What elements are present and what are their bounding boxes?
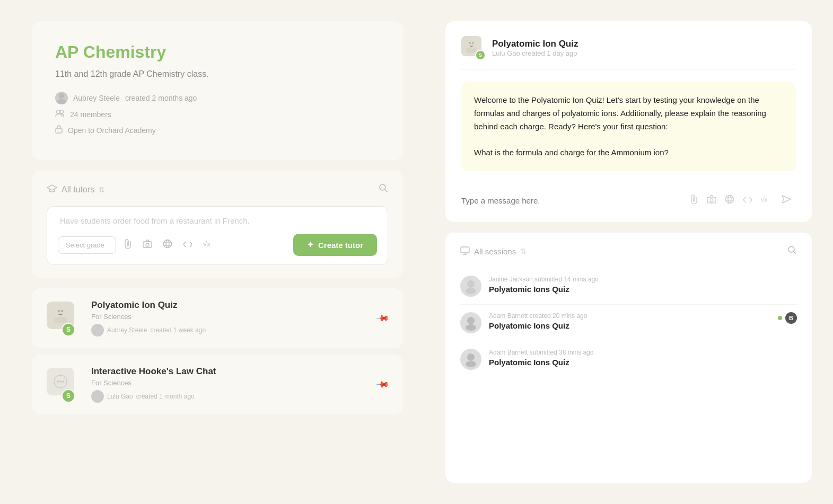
svg-line-7 xyxy=(385,190,388,192)
svg-marker-5 xyxy=(47,185,57,190)
left-panel: AP Chemistry 11th and 12th grade AP Chem… xyxy=(0,0,435,504)
chat-camera-button[interactable] xyxy=(703,193,721,208)
web-icon-button[interactable] xyxy=(160,237,176,253)
svg-point-11 xyxy=(166,240,169,247)
session-avatar-1 xyxy=(460,312,481,333)
tutor-thumb-1: S xyxy=(47,302,81,335)
sessions-header-left: All sessions ⇅ xyxy=(460,246,527,257)
svg-point-44 xyxy=(466,288,476,294)
class-title: AP Chemistry xyxy=(55,42,380,62)
sessions-monitor-icon xyxy=(460,246,470,257)
code-icon-button[interactable] xyxy=(180,237,196,252)
svg-point-15 xyxy=(56,307,65,317)
chat-message-input[interactable] xyxy=(461,196,686,205)
chat-header: S Polyatomic Ion Quiz Lulu Gao created 1… xyxy=(461,36,796,69)
create-toolbar: Select grade Grade 9 Grade 10 Grade 11 G… xyxy=(58,234,377,256)
tutor-badge-2: S xyxy=(62,389,75,403)
create-tutor-wand-icon: ✦ xyxy=(307,240,314,250)
tutor-header-left: All tutors ⇅ xyxy=(47,184,105,195)
svg-point-10 xyxy=(164,240,172,247)
class-created-by: Aubrey Steele xyxy=(73,94,120,102)
creator-avatar xyxy=(55,92,68,104)
svg-point-17 xyxy=(61,310,63,312)
tutor-search-button[interactable] xyxy=(379,183,388,196)
tutor-badge-1: S xyxy=(62,323,75,337)
tutor-hat-icon xyxy=(47,184,57,195)
svg-point-16 xyxy=(58,310,60,312)
chat-badge: S xyxy=(475,50,486,60)
chat-web-button[interactable] xyxy=(721,192,739,209)
class-info-card: AP Chemistry 11th and 12th grade AP Chem… xyxy=(32,21,403,160)
chat-message-text: Welcome to the Polyatomic Ion Quiz! Let'… xyxy=(474,95,766,157)
pin-icon-2: 📌 xyxy=(375,377,390,392)
lock-icon xyxy=(55,125,63,136)
tutor-creator-1: Aubrey Steele created 1 week ago xyxy=(91,324,367,337)
session-avatar-2 xyxy=(460,349,481,370)
sort-icon: ⇅ xyxy=(99,185,105,194)
svg-rect-38 xyxy=(461,247,469,253)
class-creator-row: Aubrey Steele created 2 months ago xyxy=(55,92,380,104)
list-item[interactable]: Janine Jackson submitted 14 mins ago Pol… xyxy=(460,268,797,305)
session-info-0: Janine Jackson submitted 14 mins ago Pol… xyxy=(489,276,797,294)
session-badge-1: B xyxy=(778,312,797,324)
list-item[interactable]: Adam Barnett submitted 38 mins ago Polya… xyxy=(460,341,797,377)
chat-title-group: Polyatomic Ion Quiz Lulu Gao created 1 d… xyxy=(492,39,796,57)
create-tutor-button[interactable]: ✦ Create tutor xyxy=(293,234,377,256)
sessions-search-button[interactable] xyxy=(787,245,797,258)
tutor-creator-ago-1: created 1 week ago xyxy=(150,326,206,334)
creator-avatar-1 xyxy=(91,324,104,337)
svg-point-22 xyxy=(57,381,59,383)
tutor-subject-2: For Sciences xyxy=(91,379,367,387)
create-tutor-label: Create tutor xyxy=(318,241,363,250)
chat-code-button[interactable] xyxy=(739,193,757,208)
grade-select[interactable]: Select grade Grade 9 Grade 10 Grade 11 G… xyxy=(58,236,116,254)
svg-point-9 xyxy=(146,243,149,246)
chat-math-button[interactable]: √x xyxy=(757,193,775,208)
tutor-header: All tutors ⇅ xyxy=(47,183,388,196)
tutor-creator-ago-2: created 1 month ago xyxy=(136,393,195,400)
sessions-sort-icon: ⇅ xyxy=(520,247,527,255)
svg-point-48 xyxy=(466,361,476,367)
svg-point-43 xyxy=(467,280,475,288)
chat-avatar-wrap: S xyxy=(461,36,485,59)
sessions-header: All sessions ⇅ xyxy=(460,245,797,258)
list-item[interactable]: Adam Barnett created 20 mins ago Polyato… xyxy=(460,305,797,341)
svg-point-47 xyxy=(467,353,475,361)
svg-rect-30 xyxy=(466,48,477,53)
svg-line-42 xyxy=(794,251,796,254)
svg-rect-18 xyxy=(54,317,67,323)
chat-send-button[interactable] xyxy=(777,192,796,209)
list-item[interactable]: S Polyatomic Ion Quiz For Sciences Aubre… xyxy=(32,288,403,348)
svg-point-45 xyxy=(467,317,475,324)
members-icon xyxy=(55,110,65,119)
class-description: 11th and 12th grade AP Chemistry class. xyxy=(55,69,380,79)
camera-icon-button[interactable] xyxy=(139,237,155,253)
chat-bubble: Welcome to the Polyatomic Ion Quiz! Let'… xyxy=(461,82,796,171)
svg-point-34 xyxy=(728,195,731,203)
svg-point-46 xyxy=(466,324,476,331)
create-placeholder-text: Have students order food from a restaura… xyxy=(58,216,377,225)
chat-subtitle: Lulu Gao created 1 day ago xyxy=(492,49,796,57)
tutor-creator-2: Lulu Gao created 1 month ago xyxy=(91,390,367,403)
svg-point-32 xyxy=(710,199,713,202)
tutor-info-2: Interactive Hooke's Law Chat For Science… xyxy=(91,366,367,403)
attach-icon-button[interactable] xyxy=(120,237,135,253)
right-panel: S Polyatomic Ion Quiz Lulu Gao created 1… xyxy=(435,0,833,504)
svg-point-28 xyxy=(469,42,471,44)
chat-attach-button[interactable] xyxy=(686,192,703,209)
session-name-1: Polyatomic Ions Quiz xyxy=(489,321,770,330)
tutor-section-label: All tutors xyxy=(62,185,94,194)
tutor-creator-name-2: Lulu Gao xyxy=(107,393,133,400)
session-avatar-0 xyxy=(460,276,481,297)
class-access: Open to Orchard Academy xyxy=(68,126,156,135)
tutor-section: All tutors ⇅ Have students order food fr… xyxy=(32,171,403,278)
chat-input-row: √x xyxy=(461,182,796,209)
svg-point-26 xyxy=(94,397,101,401)
math-icon-button[interactable]: √x xyxy=(200,237,216,252)
svg-point-33 xyxy=(726,195,734,203)
list-item[interactable]: S Interactive Hooke's Law Chat For Scien… xyxy=(32,355,403,414)
sessions-panel: All sessions ⇅ Janine Jackson submitted … xyxy=(445,233,812,483)
create-tutor-input-area: Have students order food from a restaura… xyxy=(47,206,388,265)
chat-panel: S Polyatomic Ion Quiz Lulu Gao created 1… xyxy=(445,21,812,222)
session-name-0: Polyatomic Ions Quiz xyxy=(489,285,797,294)
